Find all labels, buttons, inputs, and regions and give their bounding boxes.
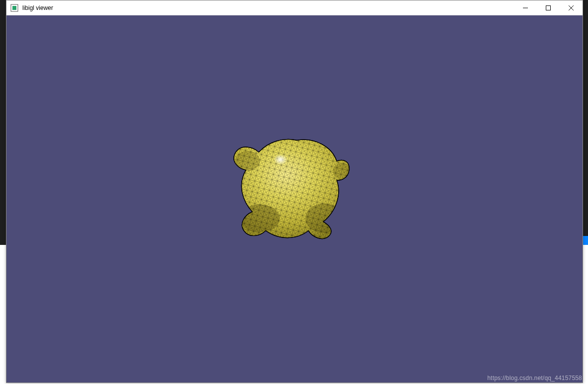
watermark-text: https://blog.csdn.net/qq_44157558 [487, 375, 582, 382]
scrollbar-accent [583, 236, 588, 245]
app-window: libigl viewer [6, 0, 583, 383]
3d-viewport[interactable] [6, 15, 583, 383]
app-icon [10, 4, 18, 12]
window-controls [514, 0, 583, 15]
close-button[interactable] [560, 0, 583, 15]
maximize-button[interactable] [537, 0, 560, 15]
svg-rect-1 [12, 6, 16, 10]
window-title: libigl viewer [22, 4, 514, 11]
mesh-object[interactable] [225, 131, 364, 252]
titlebar[interactable]: libigl viewer [6, 0, 583, 15]
svg-point-11 [265, 151, 302, 181]
minimize-button[interactable] [514, 0, 537, 15]
svg-rect-3 [546, 5, 551, 10]
